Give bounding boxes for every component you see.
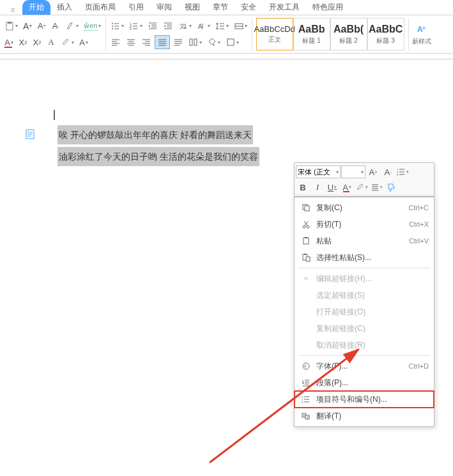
selected-text-line1[interactable]: 唉 开心的锣鼓敲出年年的喜庆 好看的舞蹈送来天	[58, 125, 253, 144]
tab-review[interactable]: 审阅	[150, 0, 178, 15]
style-normal[interactable]: AaBbCcDd 正文	[256, 18, 293, 50]
menu-remove-hyperlink: 取消超链接(R)	[295, 337, 434, 353]
menu-label: 取消超链接(R)	[316, 340, 429, 351]
bullets-button[interactable]	[109, 19, 126, 33]
mini-underline[interactable]: U	[325, 180, 339, 194]
mini-format-painter[interactable]	[384, 180, 398, 194]
menu-label: 项目符号和编号(N)...	[316, 394, 429, 405]
menu-label: 选择性粘贴(S)...	[316, 252, 429, 263]
svg-text:A: A	[422, 26, 426, 30]
shading-button[interactable]	[205, 35, 222, 49]
superscript-button[interactable]: X2	[17, 35, 29, 49]
tab-security[interactable]: 安全	[234, 0, 263, 15]
mini-grow-font[interactable]: A+	[366, 165, 380, 179]
shrink-font-button[interactable]: A-	[49, 19, 62, 33]
menu-translate[interactable]: A文 翻译(T)	[295, 408, 434, 424]
mini-toolbar: 宋体 (正文 A+ A- 123 B I U A	[294, 162, 434, 197]
menu-bullets-numbering[interactable]: 123 项目符号和编号(N)...	[295, 391, 434, 408]
paste-icon	[300, 236, 312, 245]
mini-highlight[interactable]	[355, 180, 369, 194]
svg-text:文: 文	[306, 415, 309, 419]
svg-rect-70	[305, 206, 309, 211]
tab-start[interactable]: 开始	[22, 0, 50, 15]
new-style-button[interactable]: AA 新样式	[409, 18, 434, 50]
svg-rect-50	[190, 39, 192, 45]
clear-format-button[interactable]	[63, 19, 81, 33]
menu-icon[interactable]: ≡	[3, 6, 22, 15]
mini-align[interactable]	[369, 180, 383, 194]
borders-button[interactable]	[224, 35, 241, 49]
align-justify-button[interactable]	[155, 35, 170, 49]
tab-page-layout[interactable]: 页面布局	[79, 0, 122, 15]
tab-reference[interactable]: 引用	[122, 0, 150, 15]
decrease-indent-button[interactable]	[146, 19, 160, 33]
style-preview: AaBb	[298, 24, 325, 35]
mini-size-select[interactable]	[341, 165, 365, 178]
svg-point-72	[307, 226, 309, 228]
increase-indent-button[interactable]	[161, 19, 175, 33]
align-left-button[interactable]	[109, 35, 123, 49]
menu-label: 段落(P)...	[316, 378, 429, 388]
bullets-icon: 123	[300, 395, 312, 404]
svg-point-2	[112, 23, 113, 24]
style-heading2[interactable]: AaBb( 标题 2	[330, 18, 367, 50]
change-case-button[interactable]: A	[45, 35, 58, 49]
copy-icon	[300, 203, 312, 212]
style-heading3[interactable]: AaBbC 标题 3	[367, 18, 404, 50]
svg-line-73	[305, 221, 308, 226]
menu-cut[interactable]: 剪切(T) Ctrl+X	[295, 216, 434, 233]
align-distribute-button[interactable]	[171, 35, 185, 49]
style-heading1[interactable]: AaBb 标题 1	[293, 18, 330, 50]
mini-font-select[interactable]: 宋体 (正文	[296, 165, 341, 178]
svg-point-6	[112, 28, 113, 29]
mini-italic[interactable]: I	[311, 180, 325, 194]
char-shading-button[interactable]: A	[77, 35, 90, 49]
mini-numbering[interactable]: 123	[395, 165, 410, 179]
svg-text:3: 3	[397, 173, 399, 176]
text-direction-button[interactable]: 文	[176, 19, 194, 33]
menu-open-hyperlink: 打开超链接(O)	[295, 303, 434, 320]
paste-button[interactable]	[3, 19, 20, 33]
mini-font-color[interactable]: A	[340, 180, 354, 194]
font-size-button[interactable]: A	[21, 19, 34, 33]
font-color-button[interactable]: A	[3, 35, 15, 49]
menu-shortcut: Ctrl+V	[409, 237, 429, 245]
menu-shortcut: Ctrl+D	[409, 362, 429, 370]
cut-icon	[300, 220, 312, 229]
selected-text-line2[interactable]: 油彩涂红了今天的日子哟 生活的花朵是我们的笑容	[58, 147, 259, 166]
menu-paste-special[interactable]: 选择性粘贴(S)...	[295, 249, 434, 266]
menu-font[interactable]: F 字体(F)... Ctrl+D	[295, 358, 434, 374]
menu-label: 打开超链接(O)	[316, 307, 429, 318]
context-menu: 复制(C) Ctrl+C 剪切(T) Ctrl+X 粘贴 Ctrl+V 选择性粘…	[294, 197, 434, 427]
highlight-button[interactable]	[59, 35, 76, 49]
svg-point-4	[112, 26, 113, 27]
menu-paragraph[interactable]: 段落(P)...	[295, 374, 434, 391]
menu-label: 选定超链接(S)	[316, 290, 429, 301]
tab-chapter[interactable]: 章节	[206, 0, 234, 15]
phonetic-button[interactable]: w̌en	[82, 19, 102, 33]
tab-special[interactable]: 特色应用	[306, 0, 349, 15]
align-right-button[interactable]	[139, 35, 153, 49]
menu-copy[interactable]: 复制(C) Ctrl+C	[295, 199, 434, 216]
mini-shrink-font[interactable]: A-	[381, 165, 395, 179]
numbering-button[interactable]: 123	[127, 19, 144, 33]
subscript-button[interactable]: X2	[31, 35, 43, 49]
tab-dev-tools[interactable]: 开发工具	[263, 0, 306, 15]
mini-bold[interactable]: B	[296, 180, 310, 194]
line-spacing-button[interactable]	[213, 19, 231, 33]
tab-insert[interactable]: 插入	[50, 0, 79, 15]
svg-rect-75	[303, 238, 309, 244]
align-text-button[interactable]: A	[195, 19, 212, 33]
svg-text:F: F	[304, 364, 307, 369]
ribbon: A A+ A- w̌en A X2 X2 A A 123 文 A	[0, 15, 453, 54]
grow-font-button[interactable]: A+	[35, 19, 48, 33]
menu-paste[interactable]: 粘贴 Ctrl+V	[295, 233, 434, 249]
paragraph-icon	[300, 378, 312, 387]
align-center-button[interactable]	[124, 35, 138, 49]
new-style-label: 新样式	[412, 37, 431, 46]
svg-point-71	[303, 226, 305, 228]
tab-view[interactable]: 视图	[178, 0, 206, 15]
tabs-button[interactable]	[232, 19, 249, 33]
translate-icon: A文	[300, 411, 312, 420]
column-button[interactable]	[187, 35, 204, 49]
